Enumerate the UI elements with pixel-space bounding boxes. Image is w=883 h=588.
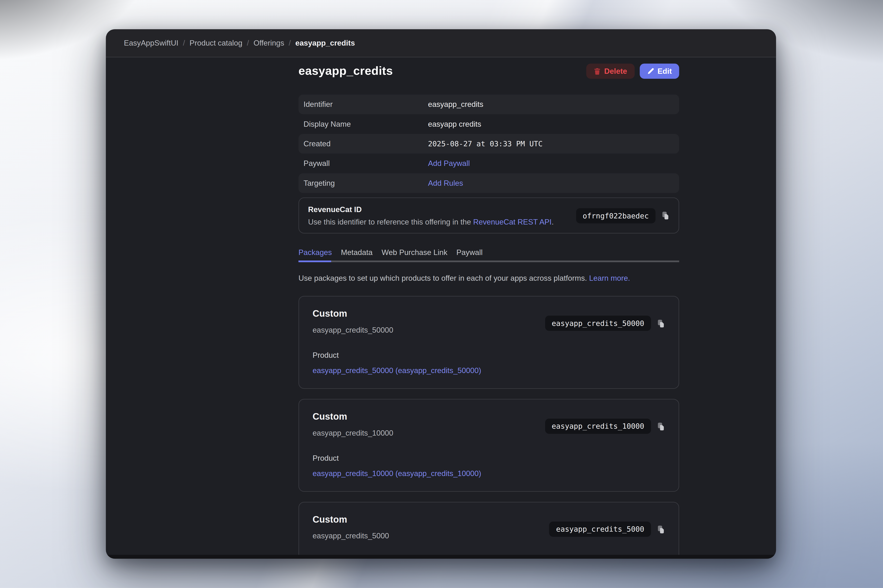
package-identifier: easyapp_credits_5000	[313, 531, 389, 542]
copy-icon[interactable]	[657, 421, 665, 431]
breadcrumb-item-offerings[interactable]: Offerings	[254, 39, 284, 47]
revenuecat-id-pill: ofrngf022baedec	[576, 208, 655, 223]
copy-icon[interactable]	[661, 210, 669, 220]
title-row: easyapp_credits Delete	[299, 57, 679, 80]
tab-bar: Packages Metadata Web Purchase Link Payw…	[299, 248, 679, 262]
revenuecat-id-text: RevenueCat ID Use this identifier to ref…	[308, 205, 554, 226]
package-card-head: Custom easyapp_credits_50000 easyapp_cre…	[313, 308, 665, 335]
detail-row-display-name: Display Name easyapp credits	[299, 114, 679, 134]
package-card-head: Custom easyapp_credits_5000 easyapp_cred…	[313, 514, 665, 541]
revenuecat-id-description: Use this identifier to reference this of…	[308, 218, 554, 226]
edit-button[interactable]: Edit	[639, 63, 679, 78]
tab-paywall[interactable]: Paywall	[456, 248, 483, 256]
package-type: Custom	[313, 514, 389, 525]
add-rules-link[interactable]: Add Rules	[428, 179, 463, 188]
tab-underline-active	[299, 261, 331, 262]
add-paywall-link[interactable]: Add Paywall	[428, 159, 470, 168]
tab-underline	[299, 261, 679, 262]
breadcrumb-separator: /	[289, 39, 291, 47]
packages-description: Use packages to set up which products to…	[299, 273, 679, 284]
rest-api-link[interactable]: RevenueCat REST API	[473, 218, 552, 226]
breadcrumb: EasyAppSwiftUI / Product catalog / Offer…	[106, 29, 776, 57]
product-link[interactable]: easyapp_credits_10000 (easyapp_credits_1…	[313, 469, 481, 479]
main-column: easyapp_credits Delete	[299, 57, 679, 555]
description-prefix: Use this identifier to reference this of…	[308, 218, 473, 226]
desktop-wallpaper: EasyAppSwiftUI / Product catalog / Offer…	[0, 0, 883, 588]
breadcrumb-item-app[interactable]: EasyAppSwiftUI	[124, 39, 179, 47]
package-card: Custom easyapp_credits_10000 easyapp_cre…	[299, 399, 679, 492]
detail-row-identifier: Identifier easyapp_credits	[299, 94, 679, 114]
copy-icon[interactable]	[657, 318, 665, 328]
breadcrumb-item-product-catalog[interactable]: Product catalog	[190, 39, 242, 47]
product-label: Product	[313, 351, 665, 361]
page-title: easyapp_credits	[299, 64, 393, 78]
package-card-titles: Custom easyapp_credits_50000	[313, 308, 393, 335]
breadcrumb-separator: /	[183, 39, 185, 47]
package-card-titles: Custom easyapp_credits_10000	[313, 411, 393, 438]
tab-packages[interactable]: Packages	[299, 248, 332, 256]
description-suffix: .	[552, 218, 554, 226]
detail-row-paywall: Paywall Add Paywall	[299, 154, 679, 173]
package-card-head: Custom easyapp_credits_10000 easyapp_cre…	[313, 411, 665, 438]
revenuecat-id-title: RevenueCat ID	[308, 205, 554, 213]
detail-label: Paywall	[299, 159, 428, 168]
packages-description-text: Use packages to set up which products to…	[299, 274, 587, 282]
copy-icon[interactable]	[657, 524, 665, 534]
package-id-pill: easyapp_credits_10000	[545, 418, 651, 434]
delete-label: Delete	[604, 67, 627, 75]
page-content: easyapp_credits Delete	[106, 57, 776, 555]
revenuecat-id-pill-group: ofrngf022baedec	[576, 208, 669, 223]
tab-metadata[interactable]: Metadata	[341, 248, 373, 256]
breadcrumb-separator: /	[247, 39, 249, 47]
package-id-pill: easyapp_credits_5000	[549, 522, 651, 537]
detail-row-created: Created 2025-08-27 at 03:33 PM UTC	[299, 134, 679, 153]
tab-labels: Packages Metadata Web Purchase Link Payw…	[299, 248, 679, 256]
app-window: EasyAppSwiftUI / Product catalog / Offer…	[106, 29, 776, 559]
package-identifier: easyapp_credits_10000	[313, 428, 393, 438]
edit-label: Edit	[657, 67, 672, 75]
package-card: Custom easyapp_credits_5000 easyapp_cred…	[299, 502, 679, 555]
package-type: Custom	[313, 411, 393, 422]
product-link[interactable]: easyapp_credits_50000 (easyapp_credits_5…	[313, 366, 481, 376]
pencil-icon	[647, 67, 654, 75]
header-actions: Delete Edit	[586, 63, 679, 78]
package-pill-group: easyapp_credits_5000	[549, 522, 665, 537]
package-id-pill: easyapp_credits_50000	[545, 316, 651, 331]
tab-web-purchase-link[interactable]: Web Purchase Link	[382, 248, 447, 256]
package-pill-group: easyapp_credits_10000	[545, 418, 665, 434]
detail-value: easyapp credits	[428, 120, 481, 128]
detail-value: easyapp_credits	[428, 100, 483, 108]
detail-label: Identifier	[299, 100, 428, 108]
package-type: Custom	[313, 308, 393, 319]
detail-row-targeting: Targeting Add Rules	[299, 173, 679, 193]
offering-details-table: Identifier easyapp_credits Display Name …	[299, 94, 679, 193]
package-card-titles: Custom easyapp_credits_5000	[313, 514, 389, 541]
detail-label: Created	[299, 140, 428, 148]
product-label: Product	[313, 454, 665, 464]
detail-value: 2025-08-27 at 03:33 PM UTC	[428, 140, 543, 148]
trash-icon	[594, 67, 601, 75]
revenuecat-id-box: RevenueCat ID Use this identifier to ref…	[299, 198, 679, 234]
delete-button[interactable]: Delete	[586, 63, 635, 78]
learn-more-link[interactable]: Learn more.	[589, 274, 630, 282]
package-card: Custom easyapp_credits_50000 easyapp_cre…	[299, 296, 679, 389]
package-pill-group: easyapp_credits_50000	[545, 316, 665, 331]
breadcrumb-item-current: easyapp_credits	[295, 39, 355, 47]
window-bottom-edge	[106, 555, 776, 559]
package-identifier: easyapp_credits_50000	[313, 325, 393, 336]
detail-label: Targeting	[299, 179, 428, 188]
detail-label: Display Name	[299, 120, 428, 128]
screenshot-stage: EasyAppSwiftUI / Product catalog / Offer…	[0, 0, 883, 588]
